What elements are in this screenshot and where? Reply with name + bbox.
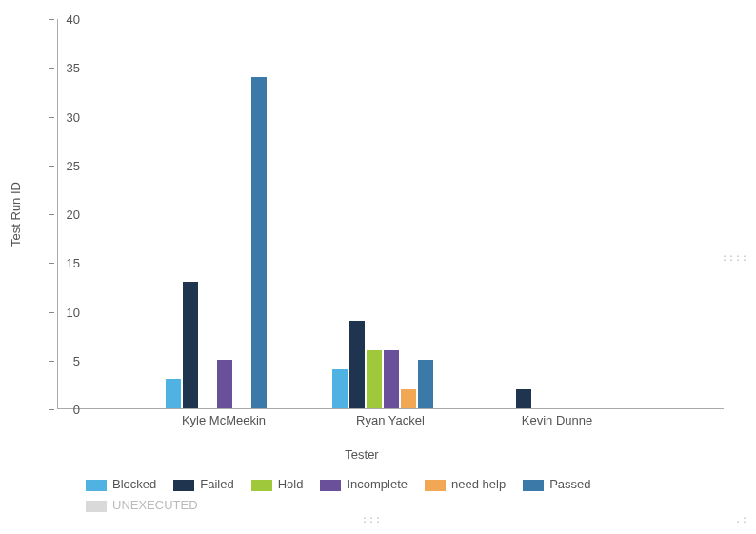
resize-bottom-icon[interactable]: ::: [362,514,382,524]
bar [332,369,348,408]
y-tick-label: 5 [73,353,80,367]
bar [401,389,416,409]
legend-label: Hold [278,477,304,491]
bar [384,350,399,409]
x-axis-label: Tester [0,447,724,462]
plot-area [57,19,724,409]
y-tick [49,19,54,20]
y-tick [49,409,54,410]
legend-label: need help [451,477,506,491]
legend-item[interactable]: Failed [173,474,233,495]
y-tick-label: 10 [67,305,80,319]
y-tick-label: 0 [73,403,80,417]
legend-label: Failed [200,477,233,491]
y-tick-label: 40 [67,12,80,27]
legend-item[interactable]: UNEXECUTED [86,495,198,516]
legend-swatch [251,480,272,491]
x-tick-label: Ryan Yackel [305,413,476,427]
y-axis-label: Test Run ID [9,182,23,247]
legend-swatch [523,480,544,491]
legend-label: Passed [549,477,590,491]
chart [57,19,724,438]
y-tick [49,117,54,118]
legend-label: Blocked [112,477,156,491]
legend-item[interactable]: Hold [251,474,304,495]
legend-swatch [86,480,107,491]
legend-label: UNEXECUTED [112,498,198,512]
y-tick [49,166,54,167]
bar [217,360,232,408]
legend-swatch [320,480,341,491]
y-tick [49,263,54,264]
legend-swatch [86,501,107,512]
legend-item[interactable]: Passed [523,474,590,495]
y-tick [49,214,54,215]
bar [251,77,267,409]
resize-handle-icon[interactable]: :::: [722,252,748,263]
y-tick [49,361,54,362]
y-tick-label: 30 [67,109,80,124]
y-tick-label: 25 [67,158,80,172]
y-tick [49,312,54,313]
bar [516,389,531,409]
legend-item[interactable]: Incomplete [320,474,408,495]
bar [418,360,433,408]
legend-swatch [425,480,446,491]
bar [367,350,382,409]
legend: BlockedFailedHoldIncompleteneed helpPass… [86,474,695,516]
bar [166,379,181,408]
resize-corner-icon[interactable]: .: [735,514,748,524]
legend-label: Incomplete [347,477,408,491]
y-tick-label: 15 [67,256,80,270]
bar [349,321,365,408]
x-tick-label: Kyle McMeekin [138,413,309,427]
bar [183,282,198,408]
legend-swatch [173,480,194,491]
y-tick-label: 20 [67,208,80,222]
legend-item[interactable]: Blocked [86,474,156,495]
y-tick-label: 35 [67,61,80,75]
x-tick-label: Kevin Dunne [471,413,643,427]
legend-item[interactable]: need help [425,474,506,495]
y-tick [49,68,54,69]
